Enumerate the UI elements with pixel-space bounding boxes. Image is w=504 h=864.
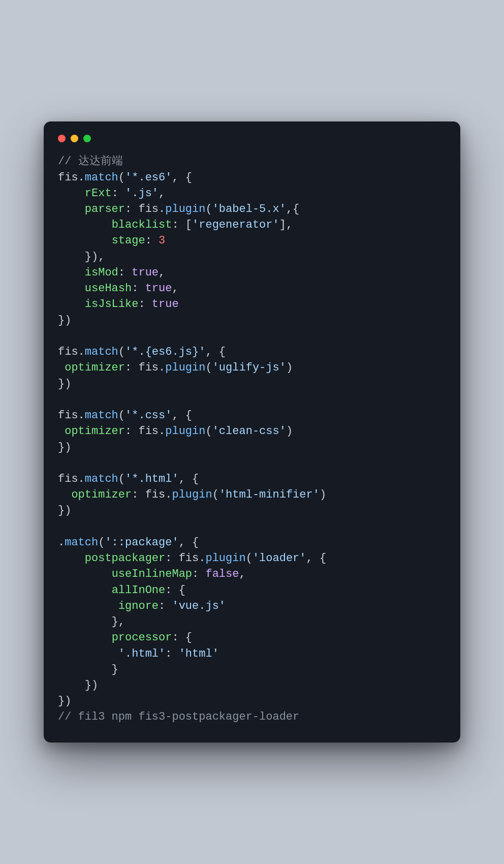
token-punc: : — [112, 187, 125, 200]
token-punc: ( — [118, 171, 125, 184]
minimize-icon[interactable] — [71, 135, 78, 142]
token-punc: . — [78, 346, 85, 358]
token-punc — [58, 234, 112, 247]
code-block: // 达达前端 fis.match('*.es6', { rExt: '.js'… — [58, 153, 446, 725]
token-string: '.js' — [125, 187, 159, 200]
token-obj: fis — [138, 203, 159, 215]
token-prop: processor — [112, 631, 172, 644]
token-func: match — [85, 171, 118, 184]
token-prop: rExt — [85, 187, 112, 200]
token-string: 'loader' — [253, 552, 306, 565]
token-prop: stage — [112, 234, 145, 247]
token-bool: true — [145, 282, 172, 295]
token-punc — [58, 552, 85, 565]
token-comment: // fil3 npm fis3-postpackager-loader — [58, 711, 299, 723]
token-punc: , — [159, 266, 165, 279]
token-obj: fis — [138, 361, 159, 374]
token-punc: : — [165, 552, 178, 565]
token-punc — [58, 203, 85, 215]
token-prop: blacklist — [112, 219, 172, 231]
token-punc: }) — [58, 378, 71, 390]
token-prop: parser — [85, 203, 125, 215]
token-punc: : — [165, 647, 178, 660]
token-punc: , { — [205, 346, 226, 358]
token-punc — [58, 361, 65, 374]
token-prop: optimizer — [71, 488, 132, 501]
token-punc — [58, 266, 85, 279]
token-punc: , — [239, 568, 245, 580]
token-punc: : — [145, 234, 159, 247]
token-punc: . — [159, 425, 165, 438]
token-punc: , { — [179, 473, 199, 485]
token-comment: // 达达前端 — [58, 155, 123, 168]
token-obj: fis — [58, 473, 78, 485]
token-string: 'uglify-js' — [212, 361, 286, 374]
token-punc: ( — [118, 473, 125, 485]
token-func: plugin — [165, 203, 205, 215]
token-punc: ) — [320, 488, 326, 501]
token-punc: }) — [58, 504, 71, 517]
token-punc: ( — [98, 536, 105, 549]
token-prop: isMod — [85, 266, 118, 279]
token-bool: false — [205, 568, 239, 580]
token-punc: , { — [172, 171, 192, 184]
token-string: '*.{es6.js}' — [125, 346, 205, 358]
token-punc: , — [159, 187, 165, 200]
token-punc: ( — [212, 488, 219, 501]
token-punc: } — [58, 663, 118, 676]
token-func: match — [85, 409, 118, 422]
zoom-icon[interactable] — [83, 135, 91, 142]
token-punc: , { — [306, 552, 327, 565]
token-prop: isJsLike — [85, 298, 139, 311]
token-punc — [58, 187, 85, 200]
token-punc: ) — [286, 361, 293, 374]
token-punc: ( — [118, 409, 125, 422]
token-punc: }) — [58, 314, 71, 327]
token-string: 'clean-css' — [212, 425, 286, 438]
token-punc: ) — [286, 425, 293, 438]
token-punc: ], — [279, 219, 293, 231]
token-string: 'html' — [179, 647, 219, 660]
token-prop: optimizer — [65, 361, 125, 374]
token-obj: fis — [145, 488, 166, 501]
token-punc: }, — [58, 615, 125, 628]
token-punc: ( — [205, 361, 212, 374]
token-prop: optimizer — [65, 425, 125, 438]
token-punc: : — [159, 600, 172, 612]
token-punc — [58, 600, 118, 612]
token-obj: fis — [58, 171, 78, 184]
token-num: 3 — [159, 234, 165, 247]
token-punc: . — [58, 536, 65, 549]
token-string: '::package' — [105, 536, 178, 549]
token-punc: : — [132, 488, 145, 501]
token-prop: ignore — [118, 600, 159, 612]
token-func: match — [85, 473, 118, 485]
token-punc: : — [138, 298, 151, 311]
token-string: 'html-minifier' — [219, 488, 320, 501]
token-string: '*.css' — [125, 409, 172, 422]
token-punc: , { — [172, 409, 192, 422]
token-punc: : { — [172, 631, 192, 644]
token-punc: : — [132, 282, 145, 295]
token-punc: , { — [179, 536, 199, 549]
token-string: 'regenerator' — [192, 219, 279, 231]
token-punc: . — [159, 203, 165, 215]
token-punc: ( — [118, 346, 125, 358]
token-punc: ,{ — [286, 203, 299, 215]
stage: // 达达前端 fis.match('*.es6', { rExt: '.js'… — [0, 0, 504, 864]
token-string: 'vue.js' — [172, 600, 226, 612]
token-func: plugin — [205, 552, 245, 565]
token-punc: . — [199, 552, 205, 565]
token-punc: ( — [205, 425, 212, 438]
close-icon[interactable] — [58, 135, 66, 142]
token-obj: fis — [58, 409, 78, 422]
token-punc: : — [125, 425, 138, 438]
token-func: plugin — [165, 361, 205, 374]
token-punc — [58, 488, 71, 501]
token-punc — [58, 298, 85, 311]
token-obj: fis — [138, 425, 159, 438]
token-punc: . — [78, 171, 85, 184]
token-punc: : — [125, 361, 138, 374]
token-string: 'babel-5.x' — [212, 203, 286, 215]
token-punc: : { — [165, 584, 185, 597]
